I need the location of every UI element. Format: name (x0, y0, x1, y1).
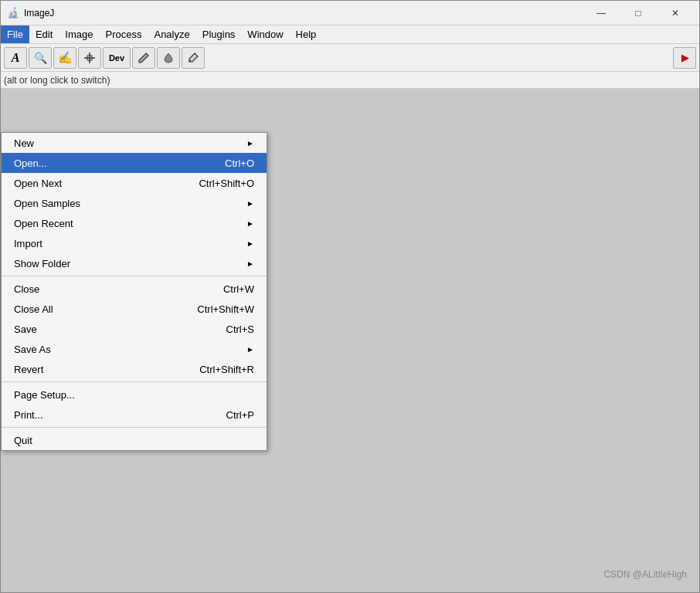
hand-tool-button[interactable]: ✍ (53, 47, 76, 69)
separator-3 (2, 427, 267, 428)
menu-item-close[interactable]: Close Ctrl+W (2, 279, 267, 299)
text-tool-button[interactable]: A (4, 47, 27, 69)
pencil-tool-button[interactable] (132, 47, 155, 69)
window-frame: 🔬 ImageJ — □ ✕ File Edit Image Process A… (0, 0, 700, 593)
menu-plugins[interactable]: Plugins (196, 25, 242, 43)
menu-item-open-samples[interactable]: Open Samples ► (2, 193, 267, 213)
status-text: (alt or long click to switch) (4, 75, 110, 86)
watermark: CSDN @ALittleHigh (603, 569, 687, 580)
svg-point-3 (189, 59, 192, 62)
dev-tool-button[interactable]: Dev (103, 47, 131, 69)
menu-item-open-recent[interactable]: Open Recent ► (2, 213, 267, 233)
menu-item-save[interactable]: Save Ctrl+S (2, 319, 267, 339)
menu-window[interactable]: Window (241, 25, 289, 43)
app-icon: 🔬 (7, 7, 19, 19)
menu-item-open-next[interactable]: Open Next Ctrl+Shift+O (2, 173, 267, 193)
menu-help[interactable]: Help (290, 25, 323, 43)
menu-item-import[interactable]: Import ► (2, 233, 267, 253)
file-dropdown-menu: New ► Open... Ctrl+O Open Next Ctrl+Shif… (1, 132, 267, 451)
menu-item-open[interactable]: Open... Ctrl+O (2, 153, 267, 173)
window-title: ImageJ (24, 8, 583, 19)
menu-process[interactable]: Process (100, 25, 148, 43)
menu-item-new[interactable]: New ► (2, 133, 267, 153)
main-content: New ► Open... Ctrl+O Open Next Ctrl+Shif… (1, 89, 699, 592)
toolbar: A 🔍 ✍ Dev ▶ (1, 44, 699, 72)
menu-item-save-as[interactable]: Save As ► (2, 339, 267, 359)
menu-item-show-folder[interactable]: Show Folder ► (2, 253, 267, 273)
menu-item-revert[interactable]: Revert Ctrl+Shift+R (2, 359, 267, 379)
menu-bar: File Edit Image Process Analyze Plugins … (1, 25, 699, 44)
maximize-button[interactable]: □ (620, 2, 656, 25)
status-bar: (alt or long click to switch) (1, 72, 699, 89)
menu-item-quit[interactable]: Quit (2, 430, 267, 450)
title-bar-controls: — □ ✕ (583, 2, 693, 25)
search-tool-button[interactable]: 🔍 (29, 47, 52, 69)
menu-edit[interactable]: Edit (29, 25, 59, 43)
separator-1 (2, 276, 267, 276)
crosshair-tool-button[interactable] (78, 47, 101, 69)
minimize-button[interactable]: — (583, 2, 619, 25)
eyedropper-tool-button[interactable] (182, 47, 205, 69)
separator-2 (2, 381, 267, 382)
title-bar: 🔬 ImageJ — □ ✕ (1, 1, 699, 25)
menu-analyze[interactable]: Analyze (148, 25, 195, 43)
menu-item-page-setup[interactable]: Page Setup... (2, 385, 267, 405)
menu-image[interactable]: Image (59, 25, 99, 43)
menu-file[interactable]: File (1, 25, 29, 43)
paint-tool-button[interactable] (157, 47, 180, 69)
menu-item-print[interactable]: Print... Ctrl+P (2, 405, 267, 425)
close-button[interactable]: ✕ (658, 2, 693, 25)
toolbar-more-button[interactable]: ▶ (673, 47, 696, 69)
menu-item-close-all[interactable]: Close All Ctrl+Shift+W (2, 299, 267, 319)
